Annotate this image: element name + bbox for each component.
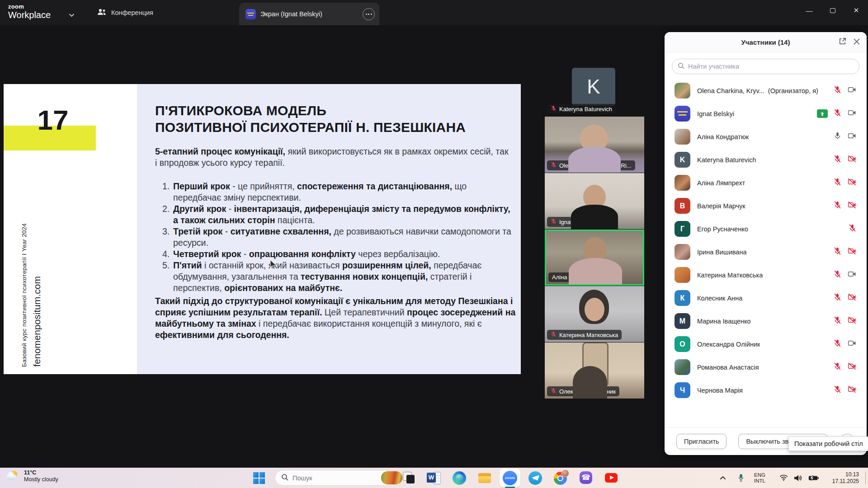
taskbar-app-icon[interactable] (421, 468, 447, 488)
show-desktop-strip[interactable] (865, 471, 866, 484)
camera-off-icon[interactable] (847, 155, 857, 165)
camera-on-icon[interactable] (847, 270, 857, 280)
slide-step-item: 3. Третій крок - ситуативне схвалення, д… (155, 226, 517, 249)
mic-muted-icon[interactable] (833, 316, 842, 326)
tab-label: Экран (Ignat Belskyi) (260, 10, 322, 18)
video-tile[interactable]: K Kateryna Baturevich (545, 66, 644, 116)
wifi-icon[interactable] (779, 468, 788, 488)
taskbar-app-icon[interactable] (599, 468, 624, 488)
battery-icon[interactable] (808, 468, 819, 488)
mic-muted-icon[interactable] (833, 155, 842, 165)
tab-conference[interactable]: Конференция (90, 0, 160, 25)
tray-chevron-up-icon[interactable] (720, 468, 726, 488)
participant-row[interactable]: Ірина Вишивана (665, 240, 867, 263)
camera-off-icon[interactable] (847, 316, 857, 326)
tray-microphone-icon[interactable] (738, 468, 744, 488)
tab-more-icon[interactable] (363, 8, 375, 20)
maximize-button[interactable] (821, 0, 844, 21)
zoom-workplace-window: zoom Workplace Конференция Экран (Ignat … (0, 0, 868, 488)
participant-row[interactable]: Olena Charkina, Kryv... (Организатор, я) (665, 79, 867, 102)
mic-muted-icon[interactable] (833, 362, 842, 372)
participant-row[interactable]: Г Егор Русначенко (665, 217, 867, 240)
avatar (675, 175, 690, 191)
camera-on-icon[interactable] (847, 339, 857, 349)
video-tile[interactable]: Катерина Матковська (545, 286, 644, 342)
participant-row[interactable]: В Валерія Марчук (665, 194, 867, 217)
avatar: О (675, 336, 690, 352)
participant-row[interactable]: K Kateryna Baturevich (665, 148, 867, 171)
video-tile[interactable]: Олександра Олійник (545, 343, 644, 399)
popout-icon[interactable] (838, 37, 847, 47)
mic-muted-icon[interactable] (848, 224, 857, 234)
video-name-tag: Аліна Кондратюк (548, 272, 602, 282)
avatar: В (675, 198, 690, 214)
mic-muted-icon (551, 162, 557, 169)
mic-muted-icon[interactable] (833, 385, 842, 395)
participant-search[interactable] (672, 59, 859, 74)
camera-off-icon[interactable] (847, 201, 857, 211)
avatar (675, 106, 690, 122)
taskbar-app-icon[interactable] (396, 468, 421, 488)
participant-name: Ірина Вишивана (697, 249, 746, 256)
taskbar-weather-widget[interactable]: 11°C Mostly cloudy (6, 469, 58, 483)
participant-row[interactable]: Катерина Матковська (665, 263, 867, 286)
participant-row[interactable]: Романова Анастасія (665, 356, 867, 379)
mic-on-icon[interactable] (833, 131, 842, 142)
mic-muted-icon[interactable] (833, 85, 842, 96)
clock-widget[interactable]: 10:13 17.11.2025 (832, 468, 859, 488)
taskbar-app-icon[interactable] (497, 468, 523, 488)
taskbar-app-icon[interactable] (548, 468, 573, 488)
avatar (675, 83, 690, 99)
language-indicator[interactable]: ENGINTL (754, 468, 765, 488)
tab-screen-share[interactable]: Экран (Ignat Belskyi) (239, 3, 379, 25)
avatar: K (572, 68, 615, 106)
close-button[interactable]: ✕ (844, 0, 868, 21)
mic-muted-icon[interactable] (833, 108, 842, 119)
participant-row[interactable]: Ignat Belskyi (665, 102, 867, 125)
mic-muted-icon[interactable] (833, 178, 842, 188)
taskbar-app-icon[interactable] (447, 468, 472, 488)
chevron-down-icon[interactable] (69, 11, 75, 19)
people-icon (97, 8, 107, 18)
presentation-slide: 17 Базовий курс позитивної психотерапії … (4, 84, 521, 374)
participant-role: (Организатор, я) (768, 87, 818, 94)
start-button[interactable] (253, 472, 265, 484)
participant-row[interactable]: О Олександра Олійник (665, 333, 867, 356)
camera-off-icon[interactable] (847, 293, 857, 303)
taskbar-app-icon[interactable] (523, 468, 548, 488)
camera-off-icon[interactable] (847, 178, 857, 188)
video-tile[interactable]: Аліна Кондратюк (545, 230, 644, 286)
participant-row[interactable]: Ч Чернова Марія (665, 379, 867, 402)
video-name-tag: Kateryna Baturevich (547, 104, 616, 114)
invite-button[interactable]: Пригласить (676, 434, 726, 449)
weather-icon (6, 470, 20, 482)
taskbar-app-icon[interactable] (573, 468, 599, 488)
volume-icon[interactable] (794, 468, 802, 488)
mic-muted-icon[interactable] (833, 293, 842, 303)
close-icon[interactable] (853, 38, 860, 47)
video-tile[interactable]: Olena Charkina, Kryvyi Ri... (545, 117, 644, 173)
participant-row[interactable]: М Марина Іващенко (665, 310, 867, 333)
camera-off-icon[interactable] (847, 362, 857, 372)
taskbar-apps (396, 468, 624, 488)
taskbar-app-icon[interactable] (472, 468, 497, 488)
camera-off-icon[interactable] (847, 247, 857, 257)
taskbar-search[interactable] (275, 470, 393, 486)
search-input[interactable] (688, 63, 854, 70)
taskbar-search-input[interactable] (292, 474, 377, 482)
participant-name: Аліна Кондратюк (697, 133, 749, 141)
slide-title: П'ЯТИКРОКОВА МОДЕЛЬ ПОЗИТИВНОЇ ПСИХОТЕРА… (155, 102, 466, 136)
mic-muted-icon[interactable] (833, 339, 842, 349)
camera-off-icon[interactable] (847, 385, 857, 395)
participant-row[interactable]: Аліна Кондратюк (665, 125, 867, 148)
participant-row[interactable]: К Колесник Анна (665, 286, 867, 310)
mic-muted-icon[interactable] (833, 201, 842, 211)
participant-row[interactable]: Аліна Лямпрехт (665, 171, 867, 194)
camera-on-icon[interactable] (847, 85, 857, 96)
mic-muted-icon[interactable] (833, 270, 842, 280)
minimize-button[interactable]: — (797, 0, 821, 21)
mic-muted-icon[interactable] (833, 247, 842, 257)
camera-on-icon[interactable] (847, 131, 857, 142)
video-tile[interactable]: Ignat Belskyi (545, 173, 644, 229)
camera-on-icon[interactable] (847, 108, 857, 119)
